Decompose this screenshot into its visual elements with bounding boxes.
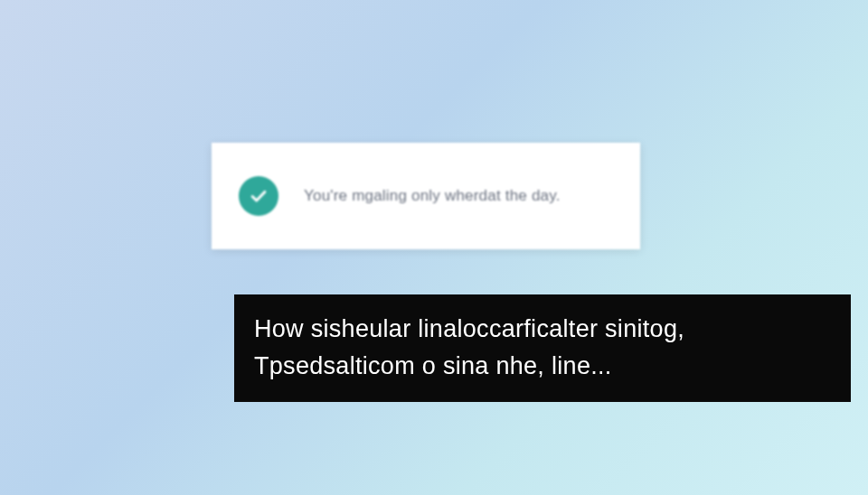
checkmark-icon	[239, 176, 278, 216]
caption-overlay: How sisheular linaloccarficalter sinitog…	[234, 294, 851, 402]
notification-card: You're mgaling only wherdat the day.	[212, 143, 640, 249]
notification-message: You're mgaling only wherdat the day.	[304, 187, 561, 205]
caption-line-2: Tpsedsalticom o sina nhe, line...	[254, 352, 612, 379]
caption-text: How sisheular linaloccarficalter sinitog…	[254, 311, 831, 384]
caption-line-1: How sisheular linaloccarficalter sinitog…	[254, 315, 684, 342]
